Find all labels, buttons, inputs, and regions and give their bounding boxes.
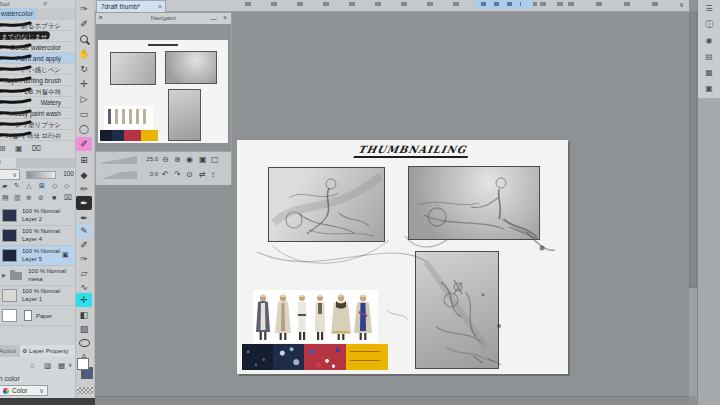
lock-transparent-icon[interactable]: ⊠: [38, 182, 46, 190]
item-list-icon[interactable]: ▤: [698, 49, 720, 65]
layer-row[interactable]: 100 % Normal Layer 2: [0, 206, 75, 226]
fill-tool[interactable]: ◧: [76, 308, 92, 322]
expand-folder-icon[interactable]: ▶: [2, 272, 6, 278]
copy-subtool-button[interactable]: ▣: [15, 144, 23, 153]
brush-item[interactable]: Kayk Painting brush: [0, 75, 75, 86]
figure-tool[interactable]: ◆: [76, 168, 92, 182]
eyedropper-tool[interactable]: ✐: [76, 17, 92, 31]
panel-menu-icon[interactable]: ≡: [43, 0, 47, 7]
brush-item[interactable]: DB 거칠수채: [0, 86, 75, 97]
brush-group-header[interactable]: watercolor: [0, 8, 37, 20]
combine-layer-icon[interactable]: ⊘: [38, 194, 44, 202]
ruler-menu-icon[interactable]: ◇: [64, 182, 69, 190]
eraser-tool[interactable]: ▱: [76, 266, 92, 280]
frame-border-tool[interactable]: ⊞: [76, 153, 92, 167]
transparent-color-swatch[interactable]: [77, 387, 93, 394]
new-folder-icon[interactable]: ▥: [14, 194, 21, 202]
marquee-tool[interactable]: ▭: [76, 107, 92, 121]
main-color-swatch[interactable]: [77, 358, 89, 370]
pen-mode-icon[interactable]: ▰: [2, 182, 7, 190]
minimize-icon[interactable]: —: [211, 15, 218, 22]
zoom-in-button[interactable]: ⊕: [174, 155, 181, 164]
paper-layer-row[interactable]: Paper: [0, 306, 75, 326]
lock-icon[interactable]: △: [26, 182, 31, 190]
reset-rotation-button[interactable]: ⊙: [186, 170, 193, 179]
layer-row[interactable]: 100 % Normal Layer 4: [0, 226, 75, 246]
delete-subtool-button[interactable]: ⌧: [32, 144, 41, 153]
brush-item[interactable]: Dense watercolor: [0, 42, 75, 53]
brush-item[interactable]: いい感じペン: [0, 64, 75, 75]
tone-effect-icon[interactable]: ▨: [44, 361, 51, 370]
canvas-page[interactable]: THUMBNAILING: [237, 140, 568, 374]
brush-item[interactable]: シワ塗りブラシ: [0, 119, 75, 130]
delete-layer-icon[interactable]: ⌧: [64, 194, 72, 202]
lasso-tool[interactable]: ◯: [76, 122, 92, 136]
brush-item-selected[interactable]: Paint and apply: [0, 53, 75, 64]
actual-size-button[interactable]: ▣: [199, 155, 207, 164]
auto-select-tool[interactable]: ✛: [76, 293, 92, 307]
move-tool[interactable]: ✛: [76, 77, 92, 91]
layer-row-selected[interactable]: 100 % Normal Layer 5 ▣: [0, 246, 75, 266]
brush-item[interactable]: messy paint wash: [0, 108, 75, 119]
opacity-value[interactable]: 100: [58, 170, 74, 177]
hand-tool[interactable]: ✋: [76, 47, 92, 61]
brush-item[interactable]: Watery: [0, 97, 75, 108]
blend-tool[interactable]: ∿: [76, 280, 92, 294]
transfer-layer-icon[interactable]: ⊕: [26, 194, 32, 202]
pen-tool[interactable]: ✒: [76, 211, 92, 225]
layer-tab[interactable]: Layer: [0, 158, 16, 168]
reference-icon[interactable]: ▣: [698, 81, 720, 97]
brush-item[interactable]: 거칠게 채색 브러쉬: [0, 130, 75, 141]
zoom-out-button[interactable]: ⊖: [162, 155, 169, 164]
zoom-tool[interactable]: [76, 32, 92, 46]
balloon-tool[interactable]: [76, 336, 92, 350]
opacity-slider[interactable]: [26, 171, 56, 179]
airbrush-tool[interactable]: ✏: [76, 182, 92, 196]
layer-row[interactable]: 100 % Normal Layer 1: [0, 286, 75, 306]
add-subtool-button[interactable]: ⊞: [0, 144, 6, 153]
illustration-icon[interactable]: ▦: [698, 65, 720, 81]
fit-height-button[interactable]: ↕: [211, 170, 215, 179]
quick-access-icon[interactable]: ☰: [698, 1, 720, 17]
information-icon[interactable]: ⓘ: [698, 17, 720, 33]
marker-tool[interactable]: ✑: [76, 252, 92, 266]
close-icon[interactable]: ×: [223, 14, 227, 21]
tab-close-icon[interactable]: ×: [158, 1, 162, 12]
border-effect-icon[interactable]: ○: [30, 361, 35, 370]
document-tab[interactable]: × 7draft thumb*: [96, 0, 166, 12]
rotate-tool[interactable]: ↻: [76, 62, 92, 76]
layer-color-effect-icon[interactable]: ▦: [58, 361, 65, 370]
brush-tool[interactable]: ✑: [76, 2, 92, 16]
fit-to-window-button[interactable]: ◉: [186, 155, 193, 164]
rotate-left-button[interactable]: ↶: [162, 170, 169, 179]
brush-item[interactable]: 水彩味→までのなじませもの: [0, 31, 75, 42]
expression-color-select[interactable]: Color ∨: [0, 385, 48, 396]
layer-folder-row[interactable]: ▶ 100 % Normal mesa: [0, 266, 75, 286]
navigator-title-bar[interactable]: ≡ Navigator — ×: [96, 13, 231, 24]
tab-layer-property[interactable]: ⚙ Layer Property: [20, 345, 75, 357]
draft-icon[interactable]: ✎: [14, 182, 20, 190]
print-size-button[interactable]: ▢: [211, 155, 219, 164]
layer-mask-icon[interactable]: ■: [52, 194, 56, 201]
flip-horizontal-button[interactable]: ⇄: [199, 170, 206, 179]
rotation-slider[interactable]: [101, 171, 137, 179]
vertical-scrollbar[interactable]: [689, 12, 697, 396]
navigator-preview[interactable]: [98, 40, 228, 143]
zoom-slider[interactable]: [101, 156, 137, 164]
gradient-tool[interactable]: ▨: [76, 322, 92, 336]
pencil-tool[interactable]: ✐: [76, 238, 92, 252]
selection-pen-tool[interactable]: ✐: [76, 137, 92, 151]
horizontal-scrollbar[interactable]: [95, 396, 689, 405]
mask-menu-icon[interactable]: ◇: [52, 182, 57, 190]
chevron-down-icon[interactable]: ∨: [679, 1, 684, 9]
tab-auto-action[interactable]: Auto Action: [0, 345, 20, 357]
operation-tool[interactable]: ▷: [76, 92, 92, 106]
pen-tool-selected[interactable]: ✒: [76, 196, 92, 210]
new-layer-icon[interactable]: ▤: [2, 194, 9, 202]
brush-item[interactable]: あるホブラシ: [0, 20, 75, 31]
blend-mode-select[interactable]: Normal∨: [0, 169, 20, 180]
vertical-scrollbar-thumb[interactable]: [689, 12, 697, 288]
curve-pen-tool[interactable]: ✎: [76, 224, 92, 238]
rotate-right-button[interactable]: ↷: [174, 170, 181, 179]
timelapse-icon[interactable]: ◉: [698, 33, 720, 49]
